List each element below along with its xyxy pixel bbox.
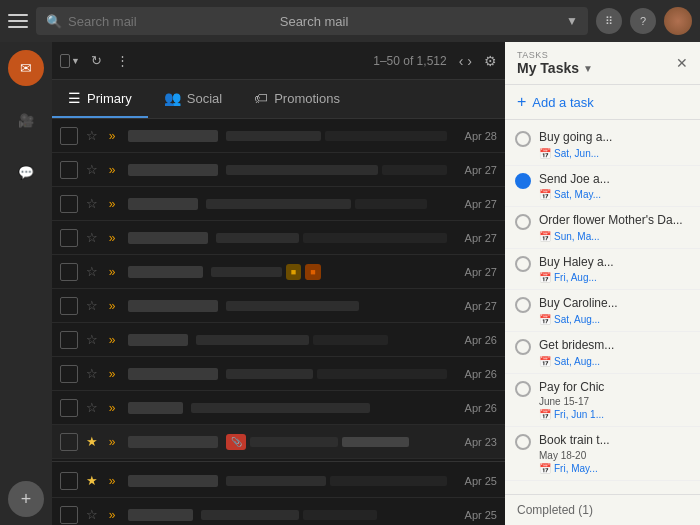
task-date-text: Sat, Aug...	[554, 314, 600, 325]
sidebar-meet-icon[interactable]: 🎥	[8, 102, 44, 138]
star-icon[interactable]: ☆	[84, 298, 100, 313]
task-item[interactable]: Book train t... May 18-20 📅 Fri, May...	[505, 427, 700, 481]
star-icon[interactable]: ☆	[84, 264, 100, 279]
star-icon[interactable]: ☆	[84, 366, 100, 381]
email-checkbox[interactable]	[60, 399, 78, 417]
prev-page-button[interactable]: ‹	[459, 53, 464, 69]
email-date: Apr 25	[455, 475, 497, 487]
email-row[interactable]: ★ » Apr 25	[52, 464, 505, 498]
email-checkbox[interactable]	[60, 127, 78, 145]
email-date: Apr 27	[455, 232, 497, 244]
more-options-button[interactable]: ⋮	[112, 51, 132, 71]
star-icon[interactable]: ☆	[84, 196, 100, 211]
task-checkbox[interactable]	[515, 214, 531, 230]
email-row[interactable]: ☆ » Apr 27	[52, 221, 505, 255]
task-checkbox[interactable]	[515, 381, 531, 397]
task-date-icon: 📅	[539, 231, 551, 242]
email-row[interactable]: ☆ » Apr 27	[52, 153, 505, 187]
compose-plus-icon: +	[21, 489, 32, 510]
email-checkbox[interactable]	[60, 263, 78, 281]
task-item[interactable]: Get bridesm... 📅 Sat, Aug...	[505, 332, 700, 374]
tab-primary[interactable]: ☰ Primary	[52, 80, 148, 118]
email-tag-2: ■	[305, 264, 320, 280]
task-checkbox[interactable]	[515, 339, 531, 355]
email-checkbox[interactable]	[60, 433, 78, 451]
email-date: Apr 27	[455, 164, 497, 176]
email-checkbox[interactable]	[60, 229, 78, 247]
email-snippet	[191, 403, 370, 413]
sidebar-chat-icon[interactable]: 💬	[8, 154, 44, 190]
settings-icon[interactable]: ⚙	[484, 53, 497, 69]
task-checkbox[interactable]	[515, 297, 531, 313]
email-sender	[128, 475, 218, 487]
tab-social[interactable]: 👥 Social	[148, 80, 238, 118]
email-row[interactable]: ★ » 📎 Apr 23	[52, 425, 505, 459]
task-date-text: Sat, Aug...	[554, 356, 600, 367]
star-icon[interactable]: ★	[84, 434, 100, 449]
add-task-row[interactable]: + Add a task	[505, 85, 700, 120]
task-item[interactable]: Buy Haley a... 📅 Fri, Aug...	[505, 249, 700, 291]
compose-button[interactable]: +	[8, 481, 44, 517]
task-item[interactable]: Order flower Mother's Da... 📅 Sun, Ma...	[505, 207, 700, 249]
forward-icon: »	[104, 163, 120, 177]
email-row[interactable]: ☆ » Apr 26	[52, 357, 505, 391]
promotions-tab-icon: 🏷	[254, 90, 268, 106]
star-icon[interactable]: ☆	[84, 128, 100, 143]
email-checkbox[interactable]	[60, 365, 78, 383]
next-page-button[interactable]: ›	[467, 53, 472, 69]
email-checkbox[interactable]	[60, 331, 78, 349]
task-name: Buy going a...	[539, 130, 690, 146]
email-row[interactable]: ☆ » Apr 28	[52, 119, 505, 153]
task-checkbox[interactable]	[515, 256, 531, 272]
sidebar-mail-icon[interactable]: ✉	[8, 50, 44, 86]
email-sender	[128, 368, 218, 380]
task-checkbox[interactable]	[515, 173, 531, 189]
star-icon[interactable]: ☆	[84, 162, 100, 177]
task-checkbox[interactable]	[515, 434, 531, 450]
search-input[interactable]	[68, 14, 274, 29]
tasks-label: TASKS	[517, 50, 593, 60]
star-icon[interactable]: ☆	[84, 230, 100, 245]
email-row[interactable]: ☆ » Apr 27	[52, 289, 505, 323]
star-icon[interactable]: ☆	[84, 332, 100, 347]
task-checkbox[interactable]	[515, 131, 531, 147]
task-item[interactable]: Buy going a... 📅 Sat, Jun...	[505, 124, 700, 166]
task-item[interactable]: Pay for Chic June 15-17 📅 Fri, Jun 1...	[505, 374, 700, 428]
select-all-checkbox[interactable]: ▼	[60, 51, 80, 71]
email-checkbox[interactable]	[60, 195, 78, 213]
email-snippet-2	[342, 437, 408, 447]
email-snippet-2	[313, 335, 388, 345]
help-icon[interactable]: ?	[630, 8, 656, 34]
avatar[interactable]	[664, 7, 692, 35]
apps-icon[interactable]: ⠿	[596, 8, 622, 34]
hamburger-menu[interactable]	[8, 14, 28, 28]
task-date: 📅 Fri, May...	[539, 463, 690, 474]
task-item[interactable]: Buy Caroline... 📅 Sat, Aug...	[505, 290, 700, 332]
email-date: Apr 27	[455, 300, 497, 312]
pagination-nav: ‹ ›	[459, 53, 472, 69]
email-row[interactable]: ☆ » Apr 27	[52, 187, 505, 221]
email-row[interactable]: ☆ » Apr 26	[52, 391, 505, 425]
completed-section[interactable]: Completed (1)	[505, 494, 700, 525]
email-checkbox[interactable]	[60, 472, 78, 490]
email-checkbox[interactable]	[60, 506, 78, 524]
email-row[interactable]: ☆ » Apr 26	[52, 323, 505, 357]
star-icon[interactable]: ★	[84, 473, 100, 488]
search-dropdown-icon[interactable]: ▼	[566, 14, 578, 28]
email-row[interactable]: ☆ » Apr 25	[52, 498, 505, 525]
tab-promotions[interactable]: 🏷 Promotions	[238, 80, 356, 118]
refresh-button[interactable]: ↻	[86, 51, 106, 71]
star-icon[interactable]: ☆	[84, 507, 100, 522]
tasks-close-icon[interactable]: ✕	[676, 55, 688, 71]
email-checkbox[interactable]	[60, 161, 78, 179]
main-layout: ✉ 🎥 💬 + ▼ ↻ ⋮ 1–50 of 1,512 ‹ › ⚙	[0, 42, 700, 525]
list-divider	[52, 461, 505, 462]
tasks-dropdown-icon[interactable]: ▼	[583, 63, 593, 74]
task-item[interactable]: Send Joe a... 📅 Sat, May...	[505, 166, 700, 208]
completed-label: Completed (1)	[517, 503, 593, 517]
star-icon[interactable]: ☆	[84, 400, 100, 415]
email-row[interactable]: ☆ » ■ ■ Apr 27	[52, 255, 505, 289]
email-checkbox[interactable]	[60, 297, 78, 315]
email-count: 1–50 of 1,512	[373, 54, 446, 68]
email-body	[226, 165, 447, 175]
